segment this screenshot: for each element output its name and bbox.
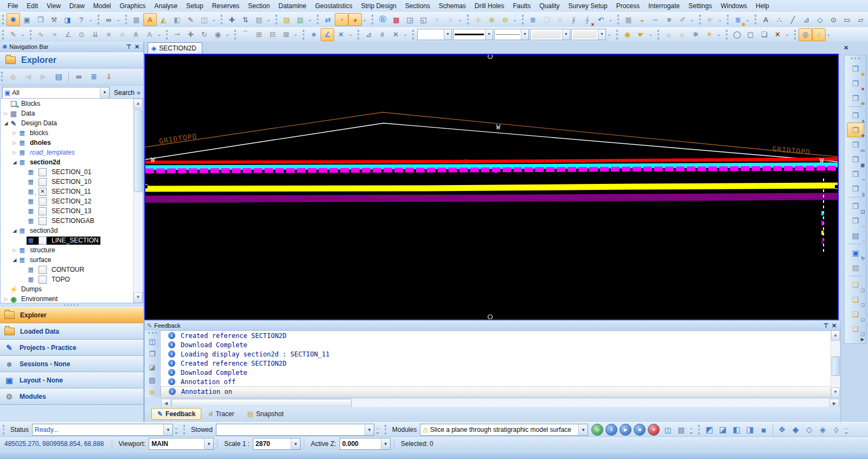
lock-z-icon[interactable]: ⇅	[239, 13, 252, 26]
detach-icon[interactable]: ∮✕	[580, 13, 594, 26]
smooth-string-icon[interactable]: ∿	[34, 28, 48, 41]
toolbar-overflow-icon[interactable]: ⌄	[225, 33, 230, 36]
image-view-icon[interactable]: ▨	[847, 260, 864, 275]
simplify-string-icon[interactable]: ≈	[48, 28, 61, 41]
toolbar-overflow-icon[interactable]: ⌄	[608, 18, 613, 22]
tree-item-section_11[interactable]: ≣▪✕SECTION_11	[1, 187, 143, 196]
snap-point-icon[interactable]: ∗	[307, 28, 321, 41]
trim-string-icon[interactable]: ⋔	[129, 28, 143, 41]
tab-section2d[interactable]: ◈ SECTION2D	[148, 42, 202, 54]
scroll-thumb[interactable]	[832, 356, 840, 376]
expander-icon[interactable]: ◢	[11, 257, 18, 263]
view-sw-icon[interactable]: ◊	[829, 423, 843, 436]
hatch-style-icon[interactable]: ┅	[649, 13, 662, 26]
attach-icon[interactable]: ∮	[567, 13, 580, 26]
view-right-icon[interactable]: ◨	[743, 423, 757, 436]
circle-tool-icon[interactable]: ⊙	[827, 13, 840, 26]
menu-file[interactable]: File	[3, 1, 22, 11]
pin-icon[interactable]: ⊤	[125, 43, 133, 50]
annotation-icon[interactable]: A	[143, 13, 157, 26]
align-string-icon[interactable]: ≡	[102, 28, 116, 41]
sidebar-button-explorer[interactable]: Explorer	[0, 307, 143, 323]
details-icon[interactable]: ▤	[51, 69, 66, 84]
toolbar-grip[interactable]	[617, 15, 619, 24]
scroll-thumb[interactable]	[171, 399, 352, 407]
chevron-down-icon[interactable]: ▼	[562, 29, 570, 40]
new-string-icon[interactable]: ⌒	[239, 28, 252, 41]
monitor-sync-icon[interactable]: ▣↻	[847, 245, 864, 260]
sidebar-button-loaded[interactable]: Loaded Data	[0, 323, 143, 340]
window-dotted-icon[interactable]: ❐┄	[847, 167, 864, 181]
polygon-tool-icon[interactable]: ◇	[813, 13, 827, 26]
user-download-icon[interactable]: ⇓	[101, 69, 117, 84]
toolbar-overflow-icon[interactable]: ⌄	[20, 33, 25, 36]
expander-icon[interactable]: ▷	[11, 247, 18, 253]
toolbar-options-icon[interactable]: ⌄‗	[376, 426, 379, 433]
tree-item-surface[interactable]: ◢≣surface	[1, 255, 143, 265]
tree-scrollbar[interactable]: ▲ ▼	[133, 99, 143, 303]
close-icon[interactable]: ✕	[133, 43, 141, 50]
toolbar-overflow-icon[interactable]: ⌄	[116, 18, 121, 22]
format-layers-icon[interactable]: ≣✱	[731, 13, 745, 26]
chevron-down-icon[interactable]: ▼	[485, 29, 493, 40]
print-log-icon[interactable]: ▤	[146, 375, 159, 385]
activez-combo[interactable]: 0.000 ▼	[340, 438, 391, 450]
back-icon[interactable]: ◀	[21, 69, 36, 84]
stop-process-icon[interactable]: ■	[634, 424, 646, 436]
chevron-down-icon[interactable]: ▼	[100, 87, 109, 98]
keyboard-lock-icon[interactable]: ▤▪	[847, 228, 864, 243]
chevron-down-icon[interactable]: ▼	[521, 29, 528, 40]
zoom-extents-icon[interactable]: ▩	[390, 13, 403, 26]
pin-icon[interactable]: ⊤	[822, 322, 830, 329]
window-move-icon[interactable]: ❐✚	[847, 123, 864, 137]
tree-item-section_12[interactable]: ≣SECTION_12	[1, 196, 143, 206]
expander-icon[interactable]: ▷	[3, 111, 9, 116]
scroll-left-icon[interactable]: ◀	[161, 399, 171, 407]
image-properties-icon[interactable]: ▦	[130, 13, 143, 26]
tree-item-section3d[interactable]: ◢≣section3d	[1, 226, 143, 235]
tree-item-data[interactable]: ▷▦Data	[1, 109, 143, 118]
vertex-angle-icon[interactable]: ∠	[61, 28, 75, 41]
cascade-2-icon[interactable]: ❏❏	[847, 292, 864, 307]
lasso-select-icon[interactable]: ◯	[730, 28, 744, 41]
toolbar-grip[interactable]	[522, 15, 524, 24]
view-se-icon[interactable]: ◈	[816, 423, 829, 436]
chevron-down-icon[interactable]: ▼	[163, 424, 173, 435]
split-string-icon[interactable]: ⊟	[266, 28, 279, 41]
toolbar-grip[interactable]	[372, 15, 373, 24]
grid-display-icon[interactable]: ▦	[622, 13, 635, 26]
toolbar-grip[interactable]	[148, 332, 157, 334]
visibility-glasses-icon[interactable]: ∞	[102, 13, 116, 26]
zoom-in-icon[interactable]: ⊕	[485, 13, 499, 26]
toolbar-overflow-icon[interactable]: ⌄	[403, 33, 408, 36]
close-icon[interactable]: ✕	[830, 322, 838, 329]
toolbar-overflow-icon[interactable]: ⌄	[784, 33, 790, 36]
tab-tracer[interactable]: ☌Tracer	[202, 408, 240, 420]
visibility-checkbox[interactable]	[39, 217, 47, 225]
tree-item-section_01[interactable]: ≣SECTION_01	[1, 167, 143, 177]
toolbar-grip[interactable]	[276, 15, 277, 24]
save-image-icon[interactable]: ▧	[293, 13, 307, 26]
menu-section[interactable]: Section	[244, 1, 274, 11]
scroll-right-icon[interactable]: ▶	[829, 399, 839, 407]
sun-icon[interactable]: ☀	[703, 28, 716, 41]
undo-icon[interactable]: ↶	[594, 13, 608, 26]
menu-reserves[interactable]: Reserves	[208, 1, 244, 11]
menu-process[interactable]: Process	[612, 1, 644, 11]
menu-survey-setup[interactable]: Survey Setup	[564, 1, 612, 11]
filter-combo[interactable]: ▣ All ▼	[2, 87, 110, 99]
toolbar-options-icon[interactable]: ⌄‗	[175, 426, 178, 433]
toolbar-grip[interactable]	[2, 15, 4, 24]
scroll-up-icon[interactable]: ▲	[831, 330, 840, 341]
home-icon[interactable]: ⌂	[5, 69, 21, 84]
visibility-checkbox[interactable]	[39, 207, 47, 215]
mini-view-icon[interactable]: ◫	[197, 13, 211, 26]
lineweight-combo[interactable]: ▼	[494, 29, 529, 40]
text-tool-icon[interactable]: A	[759, 13, 773, 26]
email-log-icon[interactable]: ✉	[146, 387, 159, 398]
expander-icon[interactable]: ▷	[3, 296, 9, 302]
tree-item-line_section[interactable]: ≣LINE_SECTION	[1, 235, 143, 245]
chevron-down-icon[interactable]: ▼	[291, 438, 300, 449]
toolbar-grip[interactable]	[726, 30, 727, 40]
run-process-icon[interactable]: ▶	[620, 424, 631, 436]
